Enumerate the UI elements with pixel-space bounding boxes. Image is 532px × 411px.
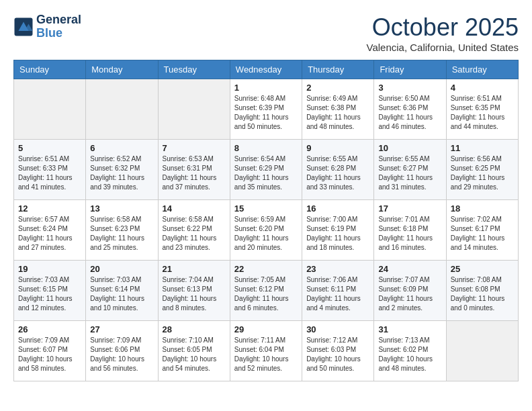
logo-icon xyxy=(13,17,34,37)
calendar-cell: 22Sunrise: 7:05 AM Sunset: 6:12 PM Dayli… xyxy=(230,261,302,321)
day-number: 24 xyxy=(378,264,441,274)
weekday-saturday: Saturday xyxy=(446,60,518,79)
day-number: 31 xyxy=(378,324,441,334)
day-info: Sunrise: 7:13 AM Sunset: 6:02 PM Dayligh… xyxy=(378,336,441,373)
day-number: 6 xyxy=(90,143,153,153)
day-info: Sunrise: 6:54 AM Sunset: 6:29 PM Dayligh… xyxy=(234,154,298,192)
day-number: 1 xyxy=(234,83,298,93)
calendar-cell: 18Sunrise: 7:02 AM Sunset: 6:17 PM Dayli… xyxy=(446,200,518,261)
day-number: 7 xyxy=(163,143,226,153)
day-info: Sunrise: 7:03 AM Sunset: 6:15 PM Dayligh… xyxy=(18,275,81,313)
day-number: 27 xyxy=(90,324,153,334)
calendar-table: SundayMondayTuesdayWednesdayThursdayFrid… xyxy=(13,60,519,381)
day-info: Sunrise: 6:49 AM Sunset: 6:38 PM Dayligh… xyxy=(306,94,369,132)
calendar-cell: 11Sunrise: 6:56 AM Sunset: 6:25 PM Dayli… xyxy=(446,140,518,200)
day-info: Sunrise: 6:51 AM Sunset: 6:35 PM Dayligh… xyxy=(451,94,514,132)
calendar-cell: 9Sunrise: 6:55 AM Sunset: 6:28 PM Daylig… xyxy=(302,140,374,200)
weekday-wednesday: Wednesday xyxy=(230,60,302,79)
day-info: Sunrise: 7:08 AM Sunset: 6:08 PM Dayligh… xyxy=(451,275,514,313)
logo: General Blue xyxy=(13,13,81,40)
day-info: Sunrise: 6:53 AM Sunset: 6:31 PM Dayligh… xyxy=(163,154,226,192)
calendar-cell xyxy=(86,79,158,140)
day-info: Sunrise: 6:52 AM Sunset: 6:32 PM Dayligh… xyxy=(90,154,153,192)
calendar-week-4: 19Sunrise: 7:03 AM Sunset: 6:15 PM Dayli… xyxy=(14,261,519,321)
calendar-cell: 7Sunrise: 6:53 AM Sunset: 6:31 PM Daylig… xyxy=(158,140,230,200)
month-title: October 2025 xyxy=(366,13,519,42)
calendar-cell: 17Sunrise: 7:01 AM Sunset: 6:18 PM Dayli… xyxy=(374,200,446,261)
day-info: Sunrise: 7:03 AM Sunset: 6:14 PM Dayligh… xyxy=(90,275,153,313)
calendar-cell: 6Sunrise: 6:52 AM Sunset: 6:32 PM Daylig… xyxy=(86,140,158,200)
day-info: Sunrise: 7:00 AM Sunset: 6:19 PM Dayligh… xyxy=(306,215,369,253)
day-number: 25 xyxy=(451,264,514,274)
day-info: Sunrise: 6:58 AM Sunset: 6:23 PM Dayligh… xyxy=(90,215,153,253)
day-number: 10 xyxy=(378,143,441,153)
calendar-cell: 13Sunrise: 6:58 AM Sunset: 6:23 PM Dayli… xyxy=(86,200,158,261)
day-info: Sunrise: 6:51 AM Sunset: 6:33 PM Dayligh… xyxy=(18,154,81,192)
day-info: Sunrise: 6:58 AM Sunset: 6:22 PM Dayligh… xyxy=(163,215,226,253)
calendar-cell: 29Sunrise: 7:11 AM Sunset: 6:04 PM Dayli… xyxy=(230,321,302,381)
day-number: 19 xyxy=(18,264,81,274)
title-block: October 2025 Valencia, California, Unite… xyxy=(366,13,519,53)
day-info: Sunrise: 7:07 AM Sunset: 6:09 PM Dayligh… xyxy=(378,275,441,313)
day-info: Sunrise: 7:09 AM Sunset: 6:06 PM Dayligh… xyxy=(90,336,153,373)
calendar-cell: 28Sunrise: 7:10 AM Sunset: 6:05 PM Dayli… xyxy=(158,321,230,381)
day-info: Sunrise: 7:04 AM Sunset: 6:13 PM Dayligh… xyxy=(163,275,226,313)
day-info: Sunrise: 7:02 AM Sunset: 6:17 PM Dayligh… xyxy=(451,215,514,253)
day-number: 14 xyxy=(163,203,226,214)
day-number: 18 xyxy=(451,203,514,214)
day-number: 13 xyxy=(90,203,153,214)
day-number: 15 xyxy=(234,203,298,214)
day-info: Sunrise: 6:50 AM Sunset: 6:36 PM Dayligh… xyxy=(378,94,441,132)
calendar-cell: 30Sunrise: 7:12 AM Sunset: 6:03 PM Dayli… xyxy=(302,321,374,381)
calendar-cell: 2Sunrise: 6:49 AM Sunset: 6:38 PM Daylig… xyxy=(302,79,374,140)
day-number: 17 xyxy=(378,203,441,214)
page-header: General Blue October 2025 Valencia, Cali… xyxy=(13,13,519,53)
day-info: Sunrise: 6:57 AM Sunset: 6:24 PM Dayligh… xyxy=(18,215,81,253)
calendar-cell: 8Sunrise: 6:54 AM Sunset: 6:29 PM Daylig… xyxy=(230,140,302,200)
calendar-cell xyxy=(14,79,86,140)
calendar-cell xyxy=(158,79,230,140)
calendar-week-1: 1Sunrise: 6:48 AM Sunset: 6:39 PM Daylig… xyxy=(14,79,519,140)
calendar-week-5: 26Sunrise: 7:09 AM Sunset: 6:07 PM Dayli… xyxy=(14,321,519,381)
day-number: 30 xyxy=(306,324,369,334)
calendar-cell: 1Sunrise: 6:48 AM Sunset: 6:39 PM Daylig… xyxy=(230,79,302,140)
calendar-cell: 10Sunrise: 6:55 AM Sunset: 6:27 PM Dayli… xyxy=(374,140,446,200)
calendar-week-2: 5Sunrise: 6:51 AM Sunset: 6:33 PM Daylig… xyxy=(14,140,519,200)
day-number: 22 xyxy=(234,264,298,274)
day-info: Sunrise: 6:48 AM Sunset: 6:39 PM Dayligh… xyxy=(234,94,298,132)
day-info: Sunrise: 6:59 AM Sunset: 6:20 PM Dayligh… xyxy=(234,215,298,253)
day-number: 26 xyxy=(18,324,81,334)
calendar-cell: 21Sunrise: 7:04 AM Sunset: 6:13 PM Dayli… xyxy=(158,261,230,321)
calendar-week-3: 12Sunrise: 6:57 AM Sunset: 6:24 PM Dayli… xyxy=(14,200,519,261)
day-info: Sunrise: 7:09 AM Sunset: 6:07 PM Dayligh… xyxy=(18,336,81,373)
weekday-thursday: Thursday xyxy=(302,60,374,79)
weekday-monday: Monday xyxy=(86,60,158,79)
day-number: 5 xyxy=(18,143,81,153)
calendar-cell: 19Sunrise: 7:03 AM Sunset: 6:15 PM Dayli… xyxy=(14,261,86,321)
calendar-cell: 3Sunrise: 6:50 AM Sunset: 6:36 PM Daylig… xyxy=(374,79,446,140)
day-number: 28 xyxy=(163,324,226,334)
calendar-cell: 15Sunrise: 6:59 AM Sunset: 6:20 PM Dayli… xyxy=(230,200,302,261)
calendar-cell: 26Sunrise: 7:09 AM Sunset: 6:07 PM Dayli… xyxy=(14,321,86,381)
day-number: 12 xyxy=(18,203,81,214)
day-info: Sunrise: 7:12 AM Sunset: 6:03 PM Dayligh… xyxy=(306,336,369,373)
calendar-cell: 14Sunrise: 6:58 AM Sunset: 6:22 PM Dayli… xyxy=(158,200,230,261)
day-number: 8 xyxy=(234,143,298,153)
day-number: 23 xyxy=(306,264,369,274)
day-number: 29 xyxy=(234,324,298,334)
day-info: Sunrise: 7:06 AM Sunset: 6:11 PM Dayligh… xyxy=(306,275,369,313)
day-info: Sunrise: 6:55 AM Sunset: 6:28 PM Dayligh… xyxy=(306,154,369,192)
day-info: Sunrise: 7:05 AM Sunset: 6:12 PM Dayligh… xyxy=(234,275,298,313)
calendar-cell: 31Sunrise: 7:13 AM Sunset: 6:02 PM Dayli… xyxy=(374,321,446,381)
day-info: Sunrise: 7:11 AM Sunset: 6:04 PM Dayligh… xyxy=(234,336,298,373)
day-info: Sunrise: 6:56 AM Sunset: 6:25 PM Dayligh… xyxy=(451,154,514,192)
logo-text: General Blue xyxy=(36,13,81,40)
weekday-tuesday: Tuesday xyxy=(158,60,230,79)
day-number: 20 xyxy=(90,264,153,274)
day-info: Sunrise: 7:10 AM Sunset: 6:05 PM Dayligh… xyxy=(163,336,226,373)
calendar-cell: 5Sunrise: 6:51 AM Sunset: 6:33 PM Daylig… xyxy=(14,140,86,200)
location-subtitle: Valencia, California, United States xyxy=(366,42,519,53)
day-number: 21 xyxy=(163,264,226,274)
day-number: 2 xyxy=(306,83,369,93)
calendar-cell: 16Sunrise: 7:00 AM Sunset: 6:19 PM Dayli… xyxy=(302,200,374,261)
